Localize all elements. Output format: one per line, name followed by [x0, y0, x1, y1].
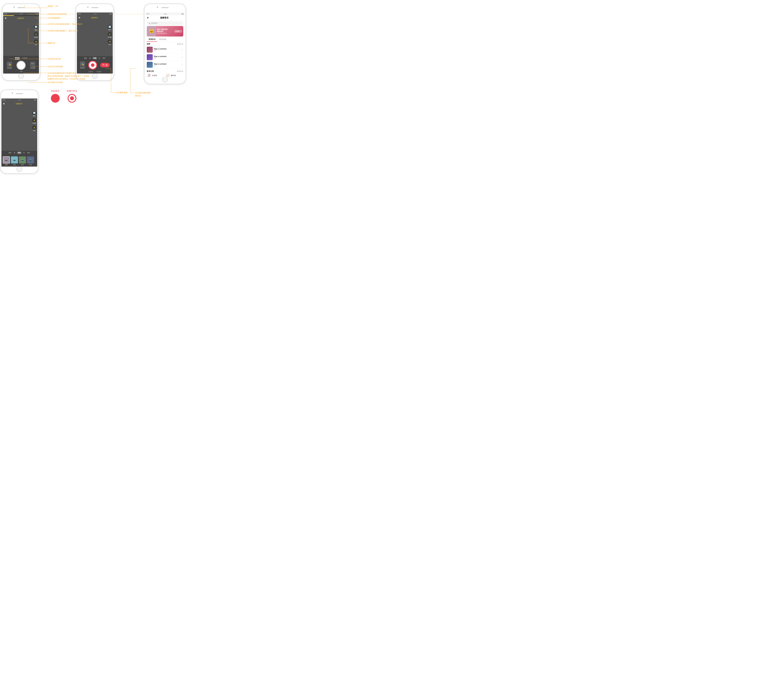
- speed-control-2[interactable]: ⚡ 快慢速: [108, 32, 112, 38]
- song-title-1: Sign a contract: [154, 48, 180, 50]
- annotation-switch-speed: 点击弹出切换拍摄速度窗口，默认为标准: [48, 23, 82, 25]
- mode-single[interactable]: 单机拍: [15, 57, 20, 60]
- category-title: 歌单分类: [147, 70, 154, 72]
- speed-慢[interactable]: 慢: [89, 57, 92, 59]
- video-area-1: [3, 21, 39, 56]
- line-edit: [130, 92, 135, 93]
- record-btn-initial: [51, 94, 60, 103]
- filter-strip: 📷 正常 📷 日系 📷 怀旧 📷 年华: [2, 156, 37, 167]
- record-states: 初始状态 拍摄中状态: [51, 90, 77, 103]
- music-item-1[interactable]: 🎵 Sign a contract Bo ☆: [147, 46, 183, 54]
- close-btn-4[interactable]: ✕: [3, 102, 5, 105]
- star-btn-2[interactable]: ☆: [181, 56, 183, 59]
- speed-control[interactable]: ⚡ 快慢速: [34, 32, 38, 38]
- next-btn[interactable]: 下一步: [100, 63, 110, 67]
- beauty-control-4[interactable]: ✨ 美化: [32, 125, 36, 131]
- shutter-btn-2[interactable]: [88, 61, 97, 70]
- line-progress-v: [25, 5, 25, 8]
- music-banner[interactable]: 🐱 SAY MEOW MEOW AI音乐推荐歌单 来唱啊→: [147, 26, 183, 36]
- annotation-long: 点击切换为长按拍: [48, 81, 63, 84]
- filter-years[interactable]: 📷 年华: [27, 156, 34, 166]
- music-label-2[interactable]: ♫选择音乐: [90, 16, 98, 19]
- phone3-camera: [157, 7, 158, 8]
- speed-control-4[interactable]: ⚡ 快慢速: [32, 118, 36, 124]
- phone1-home[interactable]: [18, 73, 24, 79]
- annotation-delete: 点击删除视频: [116, 91, 127, 94]
- flip-control-2[interactable]: 🔄 翻转: [108, 25, 112, 31]
- music-search-bar[interactable]: 🔍 搜索歌曲: [147, 21, 183, 25]
- delete-video-btn[interactable]: ✕: [91, 59, 94, 61]
- add-tool-btn-2[interactable]: 🎭 添加道具: [80, 61, 85, 69]
- record-btn-recording: [67, 94, 76, 103]
- annotation-switch-filter: 点击弹出切换滤镜窗口，默认为正常: [48, 30, 78, 32]
- music-item-3[interactable]: 🎵 Sign a contract Bo ☆: [147, 61, 183, 69]
- song-artist-1: Bo: [154, 50, 180, 51]
- line-delete-v: [111, 69, 111, 92]
- category-item-hot[interactable]: 🎵 热音榜: [147, 73, 164, 77]
- tab-favorites[interactable]: 我的收藏: [157, 37, 168, 42]
- song-artist-3: Bo: [154, 65, 180, 67]
- annotation-progress: 进度条：15s: [48, 5, 58, 8]
- close-btn-2[interactable]: ✕: [78, 16, 81, 19]
- recommend-view-all[interactable]: 查看全部: [177, 43, 183, 45]
- flip-control[interactable]: 🔄 翻转: [34, 25, 38, 31]
- beauty-control[interactable]: ✨ 美化: [34, 39, 38, 46]
- beauty-control-2[interactable]: ✨ 美化: [108, 39, 112, 46]
- banner-title: SAY MEOW MEOW: [157, 28, 173, 33]
- filter-vintage[interactable]: 📷 怀旧: [19, 156, 26, 166]
- phone-1: 12:00 ■■■ ✕ ♫选择音乐 🔄 翻转 ⚡ 快: [2, 3, 40, 81]
- line-video-v: [28, 28, 28, 43]
- phone3-home[interactable]: [162, 77, 168, 82]
- close-btn-1[interactable]: ✕: [5, 17, 7, 20]
- shutter-btn-1[interactable]: [16, 61, 26, 70]
- speed-4-快[interactable]: 快: [23, 151, 26, 154]
- phone4-home[interactable]: [16, 166, 22, 172]
- upload-label: 上传: [20, 71, 23, 72]
- flip-control-4[interactable]: 🔄 翻转: [32, 111, 36, 117]
- song-title-3: Sign a contract: [154, 63, 180, 65]
- music-item-2[interactable]: 🎵 Sign a contract Bo ☆: [147, 54, 183, 61]
- initial-state-label: 初始状态: [51, 90, 59, 92]
- upload-btn-1[interactable]: 📷 手机相册: [30, 62, 35, 69]
- add-tool-btn-1[interactable]: 🎭 添加道具: [7, 62, 12, 69]
- speed-极快[interactable]: 极快: [102, 57, 106, 59]
- banner-sub: AI音乐推荐歌单: [157, 33, 173, 35]
- speed-4-慢[interactable]: 慢: [13, 151, 16, 154]
- music-screen-title: 选择音乐: [149, 16, 180, 19]
- phone-4: 12:00 ■■■ ✕ ♫选择音乐 🔄 翻转 ⚡ 快慢速 ✨: [0, 90, 39, 174]
- speed-4-标准[interactable]: 标准: [17, 151, 22, 154]
- phone1-speaker: [18, 7, 25, 8]
- music-label-4[interactable]: ♫选择音乐: [15, 103, 23, 105]
- speed-极慢[interactable]: 极慢: [83, 57, 88, 59]
- recording-state-label: 拍摄中状态: [67, 90, 77, 92]
- annotation-edit: 点击跳到编辑视频频页面: [135, 91, 151, 97]
- filter-japanese[interactable]: 📷 日系: [11, 156, 18, 166]
- song-artist-2: Bo: [154, 58, 180, 59]
- star-btn-3[interactable]: ☆: [181, 63, 183, 67]
- star-btn-1[interactable]: ☆: [181, 48, 183, 51]
- banner-btn[interactable]: 来唱啊→: [174, 30, 182, 33]
- category-item-rise[interactable]: 📈 飙升榜: [166, 73, 183, 77]
- tab-discover[interactable]: 发现音乐: [147, 37, 157, 42]
- filter-normal[interactable]: 📷 正常: [3, 156, 10, 166]
- line-progress: [25, 8, 48, 8]
- speed-快[interactable]: 快: [98, 57, 101, 59]
- annotation-tool: 点击弹出道具框: [48, 58, 61, 60]
- annotation-gallery: 点击打开手机相册: [48, 65, 63, 68]
- annotation-video-area: 视频区域: [48, 42, 55, 44]
- speed-4-极快[interactable]: 极快: [26, 151, 31, 154]
- speed-4-极慢[interactable]: 极慢: [8, 151, 12, 154]
- progress-bar: [3, 15, 14, 16]
- mode-hold[interactable]: 长按拍: [97, 71, 101, 73]
- song-title-2: Sign a contract: [154, 56, 180, 58]
- annotation-switch-cam: 点击切换摄像头: [48, 16, 61, 19]
- video-area-2: [77, 20, 113, 56]
- phone2-home[interactable]: [92, 73, 98, 79]
- phone4-speaker: [16, 93, 23, 94]
- phone-3: 12:00 ■■■ ✕ 选择音乐 🔍 搜索歌曲 🐱 SAY MEOW MEOW …: [144, 3, 186, 84]
- mode-long[interactable]: 长按拍: [23, 57, 27, 60]
- close-btn-3[interactable]: ✕: [147, 16, 149, 19]
- phone1-camera: [13, 7, 15, 8]
- category-view-all[interactable]: 查看全部: [177, 70, 183, 72]
- music-label-1[interactable]: ♫选择音乐: [17, 17, 25, 20]
